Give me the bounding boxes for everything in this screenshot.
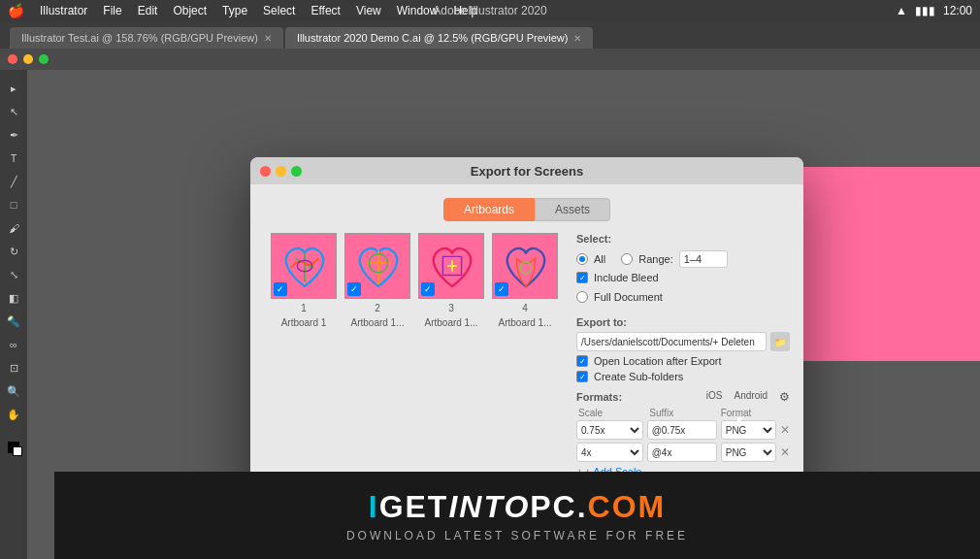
menu-window[interactable]: Window (397, 4, 439, 17)
dialog-tab-bar: Artboards Assets (264, 198, 790, 221)
apple-menu[interactable]: 🍎 (8, 3, 24, 18)
watermark-tagline: Download Latest Software for Free (346, 529, 688, 543)
watermark-logo: IGETINTOPC.COM (369, 489, 667, 525)
radio-range[interactable] (621, 253, 633, 265)
artboard-3-checkbox[interactable]: ✓ (421, 282, 435, 296)
remove-format-1-icon[interactable]: ✕ (780, 423, 790, 437)
traffic-red[interactable] (8, 54, 17, 64)
fill-stroke[interactable] (3, 437, 24, 458)
tab-demo-file[interactable]: Illustrator 2020 Demo C.ai @ 12.5% (RGB/… (285, 27, 594, 49)
artboard-2-checkbox[interactable]: ✓ (347, 282, 361, 296)
artboard-3-num: 3 (448, 303, 454, 313)
dialog-tab-artboards[interactable]: Artboards (443, 198, 535, 221)
dialog-body: Artboards Assets (250, 184, 803, 491)
folder-browse-button[interactable]: 📁 (770, 332, 790, 351)
tool-artboard[interactable]: ⊡ (3, 357, 24, 378)
menu-select[interactable]: Select (263, 4, 295, 17)
dialog-maximize-btn[interactable] (291, 166, 302, 177)
artboard-1-num: 1 (301, 303, 307, 313)
menu-illustrator[interactable]: Illustrator (40, 4, 87, 17)
traffic-green[interactable] (39, 54, 49, 64)
tool-rect[interactable]: □ (3, 194, 24, 215)
app-title: Adobe Illustrator 2020 (433, 4, 546, 17)
include-bleed-checkbox[interactable] (576, 272, 588, 283)
tool-brush[interactable]: 🖌 (3, 217, 24, 239)
artboard-item-3[interactable]: ✓ 3 Artboard 1... (418, 233, 484, 328)
dialog-title: Export for Screens (471, 164, 583, 179)
tool-type[interactable]: T (3, 148, 24, 169)
android-label[interactable]: Android (735, 390, 768, 404)
gear-icon[interactable]: ⚙ (779, 390, 790, 404)
include-bleed-label: Include Bleed (594, 272, 659, 283)
artboard-thumb-2[interactable]: ✓ (344, 233, 410, 299)
tool-hand[interactable]: ✋ (3, 404, 24, 425)
tool-eyedropper[interactable]: 🔦 (3, 311, 24, 332)
logo-into: INTO (448, 489, 530, 524)
include-bleed-row: Include Bleed (576, 272, 790, 283)
artboard-thumb-3[interactable]: ✓ (418, 233, 484, 299)
range-value-input[interactable] (679, 250, 728, 268)
remove-format-2-icon[interactable]: ✕ (780, 445, 790, 459)
export-to-label: Export to: (576, 316, 790, 328)
scale-select-1[interactable]: 0.75x (576, 420, 643, 440)
tab-demo-close-icon[interactable]: ✕ (573, 33, 581, 44)
artboard-item-1[interactable]: ✓ 1 Artboard 1 (271, 233, 337, 328)
format-row-2: 4x PNG ✕ (576, 443, 790, 462)
menu-view[interactable]: View (356, 4, 381, 17)
open-after-row: Open Location after Export (576, 355, 790, 367)
menu-file[interactable]: File (103, 4, 121, 17)
battery-icon: ▮▮▮ (915, 4, 935, 17)
artboard-4-num: 4 (522, 303, 528, 313)
tool-gradient[interactable]: ◧ (3, 287, 24, 309)
select-section-label: Select: (576, 233, 790, 245)
dialog-title-bar: Export for Screens (250, 157, 803, 184)
wifi-icon: ▲ (896, 4, 907, 17)
suffix-input-2[interactable] (647, 443, 717, 462)
tab-test-close-icon[interactable]: ✕ (264, 33, 272, 44)
tool-rotate[interactable]: ↻ (3, 241, 24, 262)
full-document-radio[interactable] (576, 291, 588, 303)
scale-select-2[interactable]: 4x (576, 443, 643, 462)
menu-object[interactable]: Object (173, 4, 207, 17)
export-path-input[interactable] (576, 332, 767, 351)
tool-direct[interactable]: ↖ (3, 101, 24, 122)
dialog-tab-assets[interactable]: Assets (535, 198, 610, 221)
svg-point-2 (520, 262, 532, 274)
full-document-label: Full Document (594, 291, 663, 303)
logo-i: I (369, 489, 379, 524)
full-document-row: Full Document (576, 291, 790, 303)
menu-effect[interactable]: Effect (310, 4, 340, 17)
formats-header: Formats: iOS Android ⚙ (576, 390, 790, 404)
artboard-1-checkbox[interactable]: ✓ (274, 282, 287, 296)
menu-type[interactable]: Type (222, 4, 247, 17)
artboard-thumb-1[interactable]: ✓ (271, 233, 337, 299)
tool-zoom[interactable]: 🔍 (3, 380, 24, 402)
artboard-2-label: Artboard 1... (350, 317, 404, 328)
artboards-panel: ✓ 1 Artboard 1 (264, 233, 565, 477)
open-after-checkbox[interactable] (576, 355, 588, 367)
dialog-close-btn[interactable] (260, 166, 271, 177)
suffix-input-1[interactable] (647, 420, 717, 440)
tool-scale[interactable]: ⤡ (3, 264, 24, 285)
tool-line[interactable]: ╱ (3, 171, 24, 192)
tool-blend[interactable]: ∞ (3, 334, 24, 355)
artboard-4-checkbox[interactable]: ✓ (495, 282, 508, 296)
format-type-1[interactable]: PNG (721, 420, 776, 440)
time-display: 12:00 (943, 4, 972, 17)
menu-edit[interactable]: Edit (138, 4, 158, 17)
ios-label[interactable]: iOS (706, 390, 723, 404)
dialog-minimize-btn[interactable] (276, 166, 286, 177)
artboard-thumb-4[interactable]: ✓ (492, 233, 558, 299)
create-subfolders-checkbox[interactable] (576, 371, 588, 382)
tab-test-file[interactable]: Illustrator Test.ai @ 158.76% (RGB/GPU P… (10, 27, 283, 49)
radio-all[interactable] (576, 253, 588, 265)
format-type-2[interactable]: PNG (721, 443, 776, 462)
artboards-grid: ✓ 1 Artboard 1 (264, 233, 565, 328)
artboard-item-2[interactable]: ✓ 2 Artboard 1... (344, 233, 410, 328)
tool-select[interactable]: ▸ (3, 78, 24, 99)
artboard-2-num: 2 (375, 303, 380, 313)
traffic-yellow[interactable] (23, 54, 33, 64)
export-dialog: Export for Screens Artboards Assets (250, 157, 803, 526)
tool-pen[interactable]: ✒ (3, 124, 24, 146)
artboard-item-4[interactable]: ✓ 4 Artboard 1... (492, 233, 558, 328)
